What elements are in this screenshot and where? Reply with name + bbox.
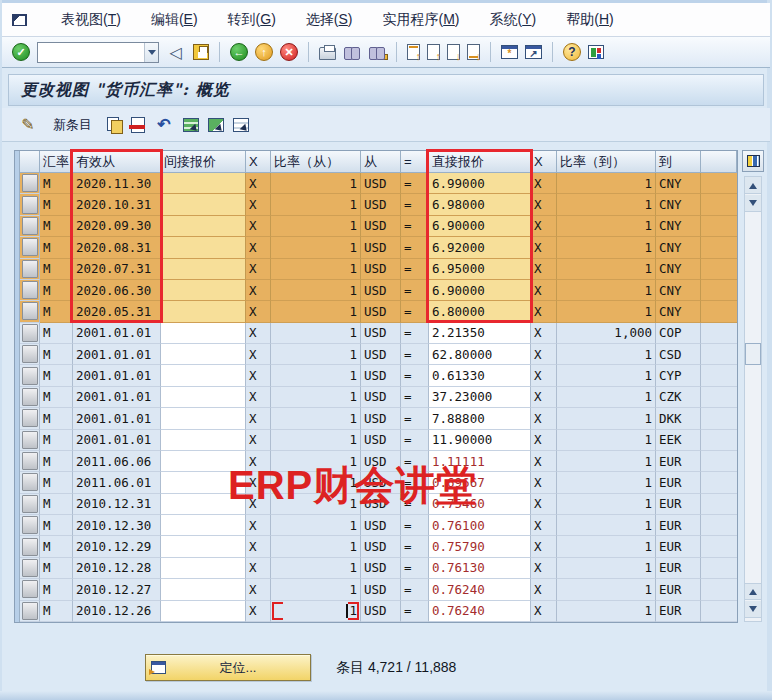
cell-direct[interactable]: 62.80000: [429, 344, 531, 365]
scrollbar-thumb[interactable]: [745, 343, 761, 365]
cell-direct[interactable]: 0.69667: [429, 472, 531, 493]
undo-icon[interactable]: ↶: [154, 115, 174, 135]
cell-direct[interactable]: 2.21350: [429, 323, 531, 344]
cell-indirect[interactable]: [161, 536, 246, 557]
row-selector[interactable]: [22, 538, 38, 556]
exit-icon[interactable]: ↑: [255, 43, 273, 61]
row-selector[interactable]: [22, 409, 38, 427]
menu-item-5[interactable]: 系统(Y): [482, 9, 545, 31]
cell-indirect[interactable]: [161, 173, 246, 194]
create-shortcut-icon[interactable]: ↗: [525, 45, 542, 59]
column-header-2[interactable]: 有效从: [73, 151, 161, 172]
cell-indirect[interactable]: [161, 430, 246, 451]
cell-direct[interactable]: 6.95000: [429, 259, 531, 280]
row-selector[interactable]: [22, 367, 38, 385]
row-selector[interactable]: [22, 431, 38, 449]
enter-icon[interactable]: ✓: [12, 43, 30, 61]
new-session-icon[interactable]: *: [501, 45, 518, 59]
cell-indirect[interactable]: [161, 472, 246, 493]
select-block-icon[interactable]: [208, 118, 224, 132]
row-selector[interactable]: [22, 174, 38, 192]
row-selector[interactable]: [22, 324, 38, 342]
cell-indirect[interactable]: [161, 408, 246, 429]
cancel-icon[interactable]: ✕: [280, 43, 298, 61]
cell-direct[interactable]: 0.76240: [429, 601, 531, 622]
new-entries-button[interactable]: 新条目: [47, 113, 98, 137]
display-change-icon[interactable]: ✎: [18, 115, 38, 135]
cell-indirect[interactable]: [161, 451, 246, 472]
column-header-10[interactable]: 比率（到）: [557, 151, 656, 172]
row-selector[interactable]: [22, 559, 38, 577]
save-icon[interactable]: [193, 44, 209, 60]
back-triangle-icon[interactable]: ◁: [166, 42, 186, 62]
last-page-icon[interactable]: ↓: [467, 44, 480, 60]
cell-direct[interactable]: 0.76130: [429, 558, 531, 579]
cell-direct[interactable]: 0.76100: [429, 515, 531, 536]
cell-indirect[interactable]: [161, 558, 246, 579]
find-next-icon[interactable]: [368, 45, 386, 59]
column-header-1[interactable]: 汇率: [40, 151, 73, 172]
delete-row-icon[interactable]: [131, 117, 145, 133]
system-menu-icon[interactable]: [12, 14, 27, 26]
row-selector[interactable]: [22, 495, 38, 513]
cell-direct[interactable]: 11.90000: [429, 430, 531, 451]
cell-direct[interactable]: 0.61330: [429, 365, 531, 386]
menu-item-0[interactable]: 表视图(T): [53, 9, 129, 31]
menu-item-4[interactable]: 实用程序(M): [375, 9, 468, 31]
scroll-page-down-button[interactable]: [745, 601, 761, 618]
cell-rf[interactable]: 1: [271, 601, 361, 622]
column-header-7[interactable]: =: [401, 151, 429, 172]
column-header-9[interactable]: X: [531, 151, 557, 172]
row-selector[interactable]: [22, 345, 38, 363]
cell-direct[interactable]: 6.92000: [429, 237, 531, 258]
column-header-6[interactable]: 从: [361, 151, 401, 172]
menu-item-2[interactable]: 转到(G): [220, 9, 284, 31]
scroll-page-up-button[interactable]: [745, 583, 761, 600]
copy-icon[interactable]: [107, 117, 122, 133]
row-selector[interactable]: [22, 580, 38, 598]
customize-layout-icon[interactable]: [588, 45, 604, 59]
cell-indirect[interactable]: [161, 323, 246, 344]
cell-indirect[interactable]: [161, 237, 246, 258]
scroll-up-button[interactable]: [745, 177, 761, 194]
first-page-icon[interactable]: ↑: [407, 44, 420, 60]
back-icon[interactable]: ←: [230, 43, 248, 61]
cell-indirect[interactable]: [161, 365, 246, 386]
row-selector[interactable]: [22, 281, 38, 299]
cell-indirect[interactable]: [161, 579, 246, 600]
row-selector[interactable]: [22, 302, 38, 320]
cell-indirect[interactable]: [161, 194, 246, 215]
table-settings-button[interactable]: [742, 150, 764, 172]
previous-page-icon[interactable]: ↑: [427, 44, 440, 60]
select-all-icon[interactable]: [183, 118, 199, 132]
cell-indirect[interactable]: [161, 301, 246, 322]
cell-direct[interactable]: 6.90000: [429, 216, 531, 237]
scroll-down-button[interactable]: [745, 195, 761, 212]
vertical-scrollbar[interactable]: [744, 176, 762, 622]
column-header-8[interactable]: 直接报价: [429, 151, 531, 172]
cell-indirect[interactable]: [161, 280, 246, 301]
cell-direct[interactable]: 6.90000: [429, 280, 531, 301]
cell-indirect[interactable]: [161, 515, 246, 536]
next-page-icon[interactable]: ↓: [447, 44, 460, 60]
command-field[interactable]: [38, 43, 144, 62]
command-field-dropdown-icon[interactable]: [144, 43, 158, 62]
cell-direct[interactable]: 7.88800: [429, 408, 531, 429]
cell-indirect[interactable]: [161, 216, 246, 237]
find-icon[interactable]: [343, 45, 361, 59]
column-header-11[interactable]: 到: [656, 151, 701, 172]
cell-indirect[interactable]: [161, 601, 246, 622]
cell-direct[interactable]: 6.80000: [429, 301, 531, 322]
cell-direct[interactable]: 0.75790: [429, 536, 531, 557]
row-selector[interactable]: [22, 217, 38, 235]
cell-indirect[interactable]: [161, 344, 246, 365]
column-header-3[interactable]: 间接报价: [161, 151, 246, 172]
help-icon[interactable]: ?: [563, 43, 581, 61]
deselect-all-icon[interactable]: [233, 118, 249, 132]
cell-direct[interactable]: 0.75460: [429, 494, 531, 515]
row-selector[interactable]: [22, 196, 38, 214]
menu-item-1[interactable]: 编辑(E): [143, 9, 206, 31]
column-header-4[interactable]: X: [246, 151, 271, 172]
print-icon[interactable]: [319, 47, 336, 60]
row-selector[interactable]: [22, 260, 38, 278]
